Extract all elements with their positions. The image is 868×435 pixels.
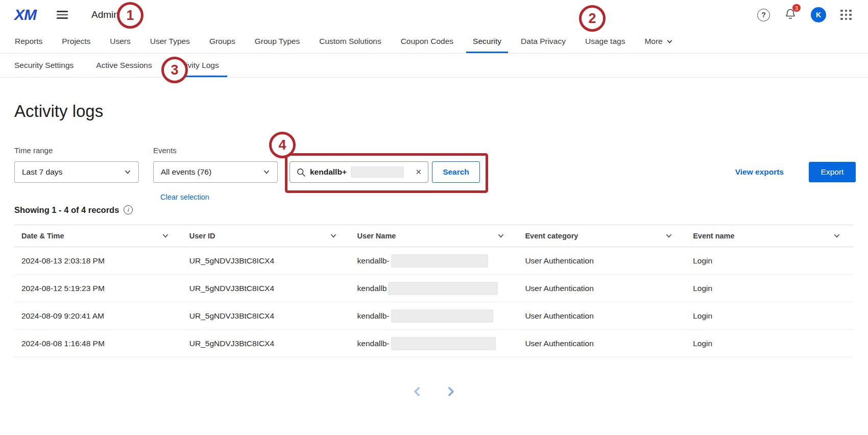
records-summary: Showing 1 - 4 of 4 records [14,203,119,216]
cell-event-category: User Authentication [518,311,686,321]
cell-datetime: 2024-08-09 9:20:41 AM [14,311,182,321]
tab-groups[interactable]: Groups [200,30,245,53]
table-row: 2024-08-08 1:16:48 PM UR_5gNDVJ3BtC8ICX4… [14,330,854,357]
info-icon[interactable]: i [124,205,133,214]
annotation-step-1: 1 [117,2,143,29]
view-exports-link[interactable]: View exports [735,161,784,183]
chevron-down-icon [124,168,131,176]
page-title: Activity logs [14,101,868,122]
column-label: Event category [525,232,578,240]
chevron-down-icon [497,232,504,239]
clear-search-icon[interactable]: ✕ [415,167,422,177]
redacted-text [351,166,404,178]
events-select[interactable]: All events (76) [153,161,278,183]
search-button[interactable]: Search [432,161,480,183]
cell-user-name: kendallb- [350,309,518,323]
annotation-number: 1 [126,8,134,23]
events-value: All events (76) [161,167,211,177]
chevron-down-icon [330,232,337,239]
annotation-step-2: 2 [579,5,606,32]
annotation-number: 2 [588,11,596,27]
cell-user-id: UR_5gNDVJ3BtC8ICX4 [182,311,350,321]
redacted-text [391,254,488,268]
cell-datetime: 2024-08-12 5:19:23 PM [14,284,182,293]
pagination [0,386,868,397]
user-name-text: kendallb [357,284,387,293]
tab-users[interactable]: Users [100,30,140,53]
records-summary-row: Showing 1 - 4 of 4 records i [14,203,868,216]
column-header-user-id[interactable]: User ID [182,232,350,240]
cell-event-category: User Authentication [518,256,686,265]
table-row: 2024-08-09 9:20:41 AM UR_5gNDVJ3BtC8ICX4… [14,302,854,330]
events-label: Events [153,146,177,155]
column-header-event-category[interactable]: Event category [518,232,686,240]
annotation-number: 3 [171,62,178,78]
column-label: User ID [189,232,215,240]
tab-projects[interactable]: Projects [52,30,100,53]
next-page-icon[interactable] [445,386,456,397]
tab-security[interactable]: Security [463,30,511,53]
tab-custom-solutions[interactable]: Custom Solutions [309,30,391,53]
cell-datetime: 2024-08-08 1:16:48 PM [14,339,182,348]
user-name-text: kendallb- [357,256,390,265]
cell-event-name: Login [686,339,854,348]
notifications-bell-icon[interactable]: 3 [784,8,797,22]
search-input[interactable]: kendallb+ ✕ [290,161,428,183]
subtab-security-settings[interactable]: Security Settings [3,54,85,77]
time-range-select[interactable]: Last 7 days [14,161,139,183]
cell-event-name: Login [686,311,854,321]
cell-event-category: User Authentication [518,339,686,348]
tab-group-types[interactable]: Group Types [245,30,309,53]
cell-user-name: kendallb- [350,337,518,350]
menu-icon[interactable] [57,11,68,18]
nav-tabs: Reports Projects Users User Types Groups… [0,30,868,54]
cell-event-name: Login [686,256,854,265]
annotation-step-4: 4 [269,132,296,158]
tab-more[interactable]: More [635,30,682,53]
cell-datetime: 2024-08-13 2:03:18 PM [14,256,182,265]
chevron-down-icon [833,232,840,239]
tab-reports[interactable]: Reports [5,30,52,53]
column-label: Date & Time [21,232,64,240]
tab-data-privacy[interactable]: Data Privacy [511,30,575,53]
column-label: User Name [357,232,396,240]
subnav-tabs: Security Settings Active Sessions Activi… [0,54,868,78]
column-label: Event name [693,232,734,240]
filters-bar: Time range Last 7 days Events All events… [0,122,868,193]
search-value: kendallb+ [310,167,347,177]
cell-event-name: Login [686,284,854,293]
xm-logo[interactable]: XM [14,6,36,23]
chevron-down-icon [666,38,673,45]
cell-user-name: kendallb- [350,254,518,268]
annotation-number: 4 [278,137,286,153]
subtab-active-sessions[interactable]: Active Sessions [85,54,163,77]
redacted-text [388,282,498,295]
column-header-date-time[interactable]: Date & Time [14,232,182,240]
table-row: 2024-08-13 2:03:18 PM UR_5gNDVJ3BtC8ICX4… [14,247,854,275]
cell-user-id: UR_5gNDVJ3BtC8ICX4 [182,256,350,265]
tab-user-types[interactable]: User Types [140,30,200,53]
chevron-down-icon [665,232,672,239]
time-range-label: Time range [14,146,53,155]
column-header-user-name[interactable]: User Name [350,232,518,240]
search-icon [296,167,306,177]
cell-user-id: UR_5gNDVJ3BtC8ICX4 [182,284,350,293]
chevron-down-icon [162,232,169,239]
time-range-value: Last 7 days [22,167,62,177]
help-icon[interactable]: ? [757,9,770,21]
cell-event-category: User Authentication [518,284,686,293]
table-header: Date & Time User ID User Name Event cate… [14,225,854,247]
clear-selection-link[interactable]: Clear selection [160,193,209,201]
chevron-down-icon [263,168,270,176]
previous-page-icon[interactable] [412,386,423,397]
notification-badge: 3 [792,4,801,12]
tab-more-label: More [644,37,662,46]
column-header-event-name[interactable]: Event name [686,232,854,240]
activity-logs-table: Date & Time User ID User Name Event cate… [14,225,854,357]
tab-coupon-codes[interactable]: Coupon Codes [391,30,463,53]
user-avatar[interactable]: K [811,7,826,22]
tab-usage-tags[interactable]: Usage tags [575,30,635,53]
redacted-text [391,337,496,350]
export-button[interactable]: Export [809,162,856,182]
apps-grid-icon[interactable] [840,10,852,20]
